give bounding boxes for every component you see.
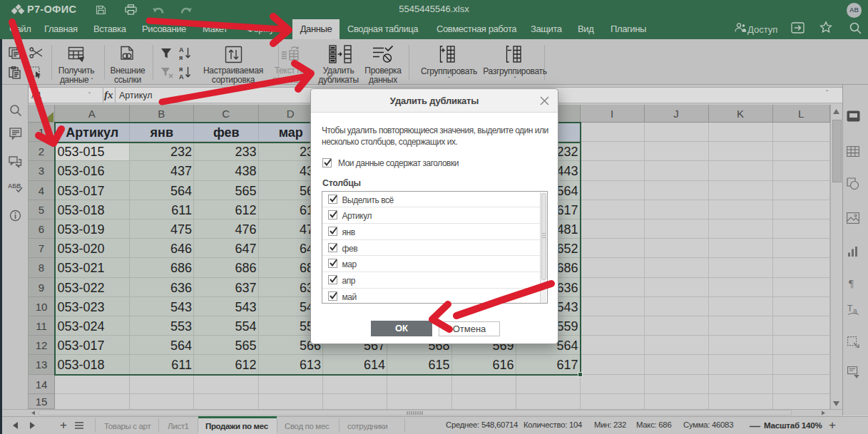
svg-text:¶: ¶ [849, 278, 854, 289]
svg-text:я: я [179, 54, 183, 61]
svg-text:А: А [179, 73, 184, 81]
svg-text:А: А [179, 46, 184, 53]
svg-text:T: T [847, 304, 853, 314]
svg-text:я: я [179, 66, 183, 73]
svg-text:АБВ: АБВ [8, 182, 21, 190]
